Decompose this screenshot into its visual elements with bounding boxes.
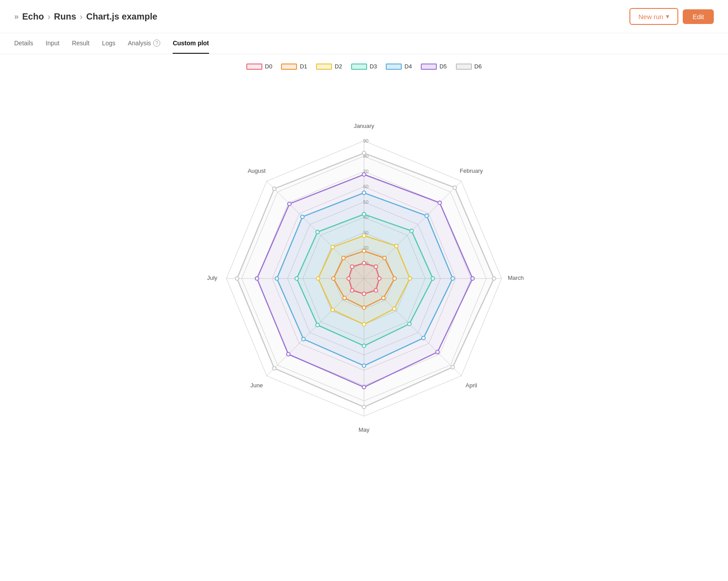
- chart-legend: D0D1D2D3D4D5D6: [14, 63, 714, 70]
- new-run-button[interactable]: New run ▾: [629, 8, 678, 25]
- breadcrumb-chart: Chart.js example: [86, 12, 157, 22]
- breadcrumb-icon: »: [14, 12, 19, 21]
- tab-analysis[interactable]: Analysis ?: [128, 33, 160, 54]
- legend-item-d6: D6: [456, 63, 482, 70]
- svg-point-45: [362, 344, 366, 348]
- svg-point-43: [431, 277, 435, 280]
- legend-color-d6: [456, 64, 472, 70]
- svg-point-63: [332, 277, 335, 280]
- nav-tabs: Details Input Result Logs Analysis ? Cus…: [0, 33, 728, 54]
- svg-text:February: February: [460, 167, 483, 174]
- legend-color-d1: [281, 64, 297, 70]
- svg-point-36: [422, 336, 425, 340]
- svg-point-20: [451, 366, 455, 369]
- svg-point-31: [255, 277, 259, 280]
- svg-point-53: [362, 322, 366, 326]
- tab-details[interactable]: Details: [14, 33, 33, 54]
- svg-point-23: [235, 277, 239, 280]
- svg-point-34: [425, 214, 428, 218]
- chevron-down-icon: ▾: [666, 12, 669, 20]
- legend-item-d4: D4: [386, 63, 412, 70]
- tab-input[interactable]: Input: [46, 33, 59, 54]
- legend-color-d4: [386, 64, 402, 70]
- svg-point-26: [438, 201, 441, 205]
- svg-point-21: [362, 405, 366, 409]
- svg-point-41: [362, 212, 366, 216]
- svg-point-72: [350, 265, 354, 268]
- svg-point-59: [393, 277, 396, 280]
- svg-point-68: [374, 289, 378, 292]
- page-header: » Echo › Runs › Chart.js example New run…: [0, 0, 728, 33]
- legend-item-d0: D0: [246, 63, 273, 70]
- svg-point-58: [383, 256, 386, 260]
- legend-color-d5: [421, 64, 437, 70]
- svg-point-17: [362, 151, 366, 155]
- header-actions: New run ▾ Edit: [629, 8, 714, 25]
- svg-point-42: [410, 229, 413, 233]
- svg-point-61: [362, 306, 366, 309]
- svg-point-71: [347, 277, 351, 280]
- legend-item-d5: D5: [421, 63, 447, 70]
- svg-point-60: [382, 296, 385, 300]
- svg-point-54: [331, 308, 334, 312]
- svg-point-28: [436, 350, 439, 354]
- svg-point-62: [343, 296, 346, 300]
- svg-point-35: [451, 277, 455, 280]
- svg-point-33: [362, 191, 366, 195]
- legend-item-d2: D2: [316, 63, 342, 70]
- svg-text:March: March: [508, 275, 524, 281]
- legend-item-d1: D1: [281, 63, 307, 70]
- svg-text:April: April: [466, 382, 477, 389]
- svg-point-56: [331, 245, 334, 249]
- svg-text:January: January: [354, 123, 375, 129]
- analysis-help-icon[interactable]: ?: [153, 40, 160, 47]
- svg-point-49: [362, 234, 366, 238]
- svg-text:May: May: [359, 426, 370, 433]
- breadcrumb: » Echo › Runs › Chart.js example: [14, 12, 157, 22]
- svg-point-50: [395, 244, 398, 248]
- breadcrumb-runs: Runs: [54, 12, 76, 22]
- svg-point-57: [362, 249, 366, 253]
- edit-button[interactable]: Edit: [683, 9, 714, 24]
- svg-point-30: [287, 352, 290, 356]
- svg-point-32: [288, 202, 291, 206]
- svg-text:July: July: [207, 275, 218, 281]
- svg-point-70: [350, 289, 354, 292]
- svg-point-64: [342, 256, 345, 260]
- chart-container: 102030405060708090JanuaryFebruaryMarchAp…: [14, 74, 714, 474]
- svg-point-40: [301, 215, 304, 219]
- svg-point-51: [408, 277, 411, 280]
- svg-point-39: [275, 277, 279, 280]
- svg-point-22: [273, 366, 276, 370]
- svg-point-29: [362, 386, 366, 389]
- svg-point-38: [302, 337, 305, 341]
- svg-point-47: [295, 277, 298, 280]
- legend-color-d3: [351, 64, 367, 70]
- main-content: D0D1D2D3D4D5D6 102030405060708090January…: [0, 54, 728, 483]
- svg-point-18: [453, 186, 457, 189]
- svg-point-19: [492, 277, 496, 280]
- legend-color-d0: [246, 64, 262, 70]
- svg-text:90: 90: [363, 138, 368, 143]
- svg-point-48: [316, 230, 319, 234]
- svg-point-55: [317, 277, 320, 280]
- tab-result[interactable]: Result: [72, 33, 90, 54]
- svg-point-65: [362, 262, 366, 265]
- tab-custom-plot[interactable]: Custom plot: [173, 33, 209, 54]
- new-run-label: New run: [638, 13, 663, 20]
- svg-point-24: [273, 187, 276, 191]
- svg-point-66: [374, 265, 378, 268]
- svg-point-67: [377, 277, 381, 280]
- tab-logs[interactable]: Logs: [102, 33, 115, 54]
- legend-item-d3: D3: [351, 63, 377, 70]
- legend-color-d2: [316, 64, 332, 70]
- svg-point-25: [362, 173, 366, 176]
- svg-point-37: [362, 364, 366, 367]
- svg-point-44: [408, 322, 411, 326]
- svg-point-69: [362, 292, 366, 295]
- svg-point-46: [316, 323, 319, 327]
- svg-text:June: June: [250, 382, 263, 389]
- svg-point-52: [392, 307, 396, 310]
- breadcrumb-echo: Echo: [22, 12, 44, 22]
- svg-point-27: [471, 277, 475, 280]
